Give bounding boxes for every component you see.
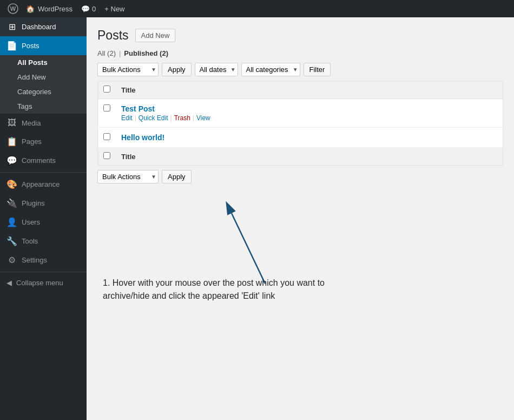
menu-separator-1 bbox=[0, 172, 87, 173]
row-checkbox-cell-1 bbox=[98, 99, 116, 128]
sidebar-item-label-comments: Comments bbox=[22, 156, 56, 165]
filter-all-link[interactable]: All (2) bbox=[97, 49, 116, 57]
filter-published-link[interactable]: Published (2) bbox=[124, 49, 168, 57]
view-action: View bbox=[196, 114, 210, 122]
tools-icon: 🔧 bbox=[6, 236, 17, 246]
adminbar-comments-link[interactable]: 💬 0 bbox=[77, 0, 100, 17]
collapse-menu-button[interactable]: ◀ Collapse menu bbox=[0, 274, 87, 291]
view-link-1[interactable]: View bbox=[196, 114, 210, 122]
filter-button[interactable]: Filter bbox=[304, 63, 331, 76]
sidebar-item-label-dashboard: Dashboard bbox=[22, 23, 56, 31]
wp-logo-icon[interactable]: W bbox=[4, 0, 22, 17]
sidebar-item-settings[interactable]: ⚙ Settings bbox=[0, 251, 87, 270]
page-header: Posts Add New bbox=[97, 28, 503, 43]
row-checkbox-cell-2 bbox=[98, 128, 116, 148]
adminbar-site-name: WordPress bbox=[38, 5, 73, 13]
annotation-content: 1. Hover with your mouse over the post w… bbox=[103, 278, 325, 300]
sidebar-item-users[interactable]: 👤 Users bbox=[0, 213, 87, 232]
check-all-checkbox[interactable] bbox=[103, 86, 110, 93]
adminbar-comments-count: 0 bbox=[92, 5, 96, 13]
filter-links: All (2) | Published (2) bbox=[97, 49, 503, 57]
sidebar-item-label-plugins: Plugins bbox=[22, 199, 45, 207]
sep1: | bbox=[135, 114, 136, 122]
dashboard-icon: ⊞ bbox=[6, 22, 17, 32]
sidebar-item-dashboard[interactable]: ⊞ Dashboard bbox=[0, 17, 87, 36]
sidebar-item-label-tools: Tools bbox=[22, 237, 38, 245]
layout: ⊞ Dashboard 📄 Posts All Posts Add New Ca… bbox=[0, 17, 514, 420]
tablenav-bottom: Bulk Actions Edit Move to Trash ▼ Apply bbox=[97, 170, 503, 183]
adminbar-site-link[interactable]: 🏠 WordPress bbox=[22, 0, 77, 17]
row-actions-1: Edit | Quick Edit | Trash | bbox=[121, 114, 497, 122]
post-title-link-2[interactable]: Hello world! bbox=[121, 133, 164, 142]
sidebar-item-label-media: Media bbox=[22, 119, 41, 127]
filter-all-count: (2) bbox=[107, 49, 116, 57]
bulk-actions-select-bottom[interactable]: Bulk Actions Edit Move to Trash bbox=[97, 170, 159, 183]
filter-published-count: (2) bbox=[160, 49, 168, 57]
edit-action: Edit bbox=[121, 114, 133, 122]
svg-text:W: W bbox=[10, 5, 16, 12]
adminbar-new-link[interactable]: + New bbox=[100, 0, 129, 17]
page-title: Posts bbox=[97, 28, 129, 43]
post-title-cell-1: Test Post Edit | Quick Edit | Trash bbox=[116, 99, 503, 128]
sidebar: ⊞ Dashboard 📄 Posts All Posts Add New Ca… bbox=[0, 17, 87, 420]
svg-line-3 bbox=[232, 213, 265, 284]
sidebar-item-posts[interactable]: 📄 Posts bbox=[0, 36, 87, 55]
quick-edit-action: Quick Edit bbox=[139, 114, 168, 122]
table-row: Hello world! bbox=[98, 128, 503, 148]
sidebar-item-appearance[interactable]: 🎨 Appearance bbox=[0, 175, 87, 194]
check-all-header bbox=[98, 81, 116, 99]
collapse-arrow-icon: ◀ bbox=[6, 279, 12, 287]
check-all-footer-checkbox[interactable] bbox=[103, 152, 110, 159]
edit-link-1[interactable]: Edit bbox=[121, 114, 133, 122]
tablenav-top: Bulk Actions Edit Move to Trash ▼ Apply … bbox=[97, 63, 503, 76]
apply-button-top[interactable]: Apply bbox=[162, 63, 192, 76]
adminbar-home-icon: 🏠 bbox=[26, 5, 35, 13]
menu-separator-2 bbox=[0, 272, 87, 272]
sidebar-item-categories[interactable]: Categories bbox=[0, 84, 87, 99]
sidebar-item-all-posts[interactable]: All Posts bbox=[0, 55, 87, 70]
annotation-text: 1. Hover with your mouse over the post w… bbox=[103, 277, 341, 303]
sidebar-item-pages[interactable]: 📋 Pages bbox=[0, 132, 87, 151]
filter-all-label: All bbox=[97, 49, 105, 57]
sidebar-item-label-pages: Pages bbox=[22, 137, 42, 146]
all-posts-label: All Posts bbox=[17, 58, 48, 67]
sidebar-item-tools[interactable]: 🔧 Tools bbox=[0, 232, 87, 251]
bulk-actions-wrapper-bottom: Bulk Actions Edit Move to Trash ▼ bbox=[97, 170, 159, 183]
bulk-actions-wrapper-top: Bulk Actions Edit Move to Trash ▼ bbox=[97, 63, 159, 76]
trash-action: Trash bbox=[174, 114, 190, 122]
all-categories-wrapper: All categories ▼ bbox=[241, 63, 300, 76]
adminbar-comments-icon: 💬 bbox=[81, 5, 90, 13]
apply-button-bottom[interactable]: Apply bbox=[162, 170, 192, 183]
row-checkbox-1[interactable] bbox=[103, 104, 110, 111]
title-column-footer: Title bbox=[116, 148, 503, 166]
row-checkbox-2[interactable] bbox=[103, 133, 110, 140]
appearance-icon: 🎨 bbox=[6, 179, 17, 189]
check-all-footer bbox=[98, 148, 116, 166]
all-categories-select[interactable]: All categories bbox=[241, 63, 300, 76]
bulk-actions-select-top[interactable]: Bulk Actions Edit Move to Trash bbox=[97, 63, 159, 76]
sidebar-item-add-new[interactable]: Add New bbox=[0, 70, 87, 84]
categories-label: Categories bbox=[17, 88, 51, 96]
add-new-button[interactable]: Add New bbox=[135, 29, 176, 42]
add-new-label: Add New bbox=[17, 73, 46, 81]
admin-bar: W 🏠 WordPress 💬 0 + New bbox=[0, 0, 514, 17]
sidebar-item-plugins[interactable]: 🔌 Plugins bbox=[0, 194, 87, 213]
main-content: Posts Add New All (2) | Published (2) Bu… bbox=[87, 17, 514, 420]
filter-separator: | bbox=[119, 49, 121, 57]
posts-table: Title Test Post Edit bbox=[97, 81, 503, 166]
filter-published-label: Published bbox=[124, 49, 157, 57]
sidebar-item-label-appearance: Appearance bbox=[22, 180, 60, 188]
quick-edit-link-1[interactable]: Quick Edit bbox=[139, 114, 168, 122]
annotation-area: 1. Hover with your mouse over the post w… bbox=[97, 189, 503, 308]
title-footer-label: Title bbox=[121, 153, 136, 161]
post-title-link-1[interactable]: Test Post bbox=[121, 104, 155, 113]
sep3: | bbox=[193, 114, 194, 122]
title-header-label: Title bbox=[121, 86, 136, 94]
sidebar-item-tags[interactable]: Tags bbox=[0, 99, 87, 114]
all-dates-select[interactable]: All dates bbox=[195, 63, 238, 76]
trash-link-1[interactable]: Trash bbox=[174, 114, 190, 122]
sidebar-item-comments[interactable]: 💬 Comments bbox=[0, 151, 87, 170]
sidebar-item-media[interactable]: 🖼 Media bbox=[0, 114, 87, 132]
sep2: | bbox=[170, 114, 172, 122]
pages-icon: 📋 bbox=[6, 136, 17, 147]
